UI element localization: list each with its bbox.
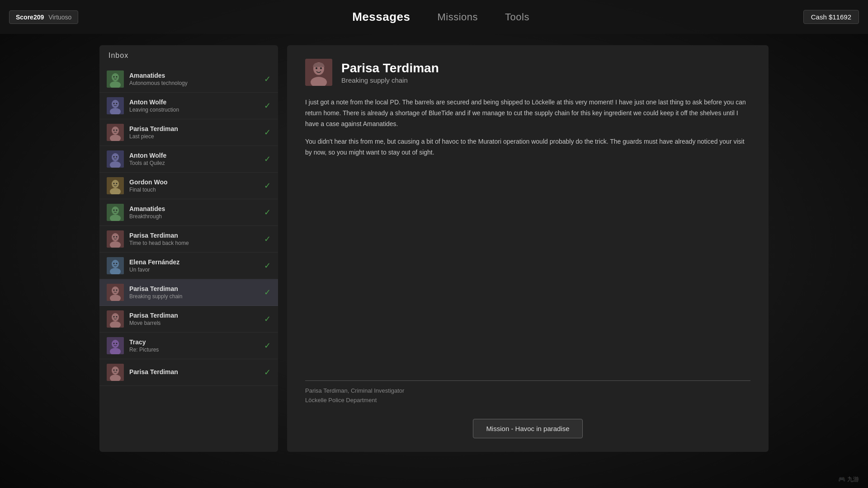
inbox-item-subject: Last piece <box>129 133 259 140</box>
svg-point-21 <box>112 180 119 188</box>
svg-point-54 <box>116 343 118 344</box>
svg-point-6 <box>112 100 119 108</box>
inbox-item-name: Tracy <box>129 338 259 346</box>
inbox-item-name: Parisa Terdiman <box>129 232 259 239</box>
inbox-item-info: Parisa Terdiman Move barrels <box>129 312 259 326</box>
inbox-item-name: Parisa Terdiman <box>129 368 259 375</box>
avatar <box>107 150 124 168</box>
inbox-item-info: Parisa Terdiman Last piece <box>129 125 259 140</box>
inbox-item[interactable]: Parisa Terdiman Move barrels ✓ <box>99 306 278 333</box>
inbox-item[interactable]: Elena Fernández Un favor ✓ <box>99 253 278 279</box>
svg-point-44 <box>116 290 118 291</box>
svg-point-33 <box>113 236 115 238</box>
rank-value: Virtuoso <box>48 14 71 21</box>
inbox-item-info: Anton Wolfe Leaving construction <box>129 99 259 113</box>
inbox-item-info: Amanatides Autonomous technology <box>129 72 259 86</box>
svg-point-41 <box>112 286 119 295</box>
inbox-item[interactable]: Anton Wolfe Leaving construction ✓ <box>99 93 278 119</box>
message-sender-avatar <box>305 59 332 86</box>
message-panel: Parisa Terdiman Breaking supply chain I … <box>287 45 769 452</box>
svg-point-31 <box>112 233 119 241</box>
avatar <box>107 70 124 88</box>
tab-missions[interactable]: Missions <box>438 11 478 23</box>
inbox-item-name: Amanatides <box>129 72 259 79</box>
inbox-item-name: Gordon Woo <box>129 178 259 186</box>
signature-line2: Löckelle Police Department <box>305 396 750 405</box>
svg-point-36 <box>112 260 119 268</box>
message-sender-name: Parisa Terdiman <box>341 61 439 75</box>
top-bar: Score209 Virtuoso Messages Missions Tool… <box>0 0 868 34</box>
watermark: 🎮 九游 <box>838 475 859 483</box>
inbox-item-name: Elena Fernández <box>129 258 259 266</box>
read-check-icon: ✓ <box>264 234 271 244</box>
inbox-item-subject: Un favor <box>129 267 259 273</box>
svg-point-46 <box>112 313 119 321</box>
svg-point-48 <box>113 316 115 318</box>
inbox-item-info: Parisa Terdiman Time to head back home <box>129 232 259 246</box>
read-check-icon: ✓ <box>264 207 271 217</box>
mission-button[interactable]: Mission - Havoc in paradise <box>473 419 582 438</box>
svg-point-39 <box>116 263 118 264</box>
message-header: Parisa Terdiman Breaking supply chain <box>305 59 750 86</box>
read-check-icon: ✓ <box>264 101 271 111</box>
read-check-icon: ✓ <box>264 261 271 271</box>
message-title-block: Parisa Terdiman Breaking supply chain <box>341 61 439 84</box>
read-check-icon: ✓ <box>264 74 271 84</box>
svg-point-58 <box>113 370 115 371</box>
message-subject: Breaking supply chain <box>341 76 439 84</box>
svg-point-26 <box>112 206 119 215</box>
tab-messages[interactable]: Messages <box>352 10 410 24</box>
main-nav: Messages Missions Tools <box>352 10 529 24</box>
svg-point-24 <box>116 183 118 184</box>
message-divider <box>305 380 750 381</box>
inbox-item-selected[interactable]: Parisa Terdiman Breaking supply chain ✓ <box>99 279 278 306</box>
svg-point-28 <box>113 210 115 211</box>
score-badge: Score209 Virtuoso <box>9 10 78 24</box>
inbox-header: Inbox <box>99 45 278 66</box>
inbox-item-name: Anton Wolfe <box>129 99 259 106</box>
svg-point-23 <box>113 183 115 184</box>
svg-point-63 <box>316 67 317 69</box>
inbox-item-name: Anton Wolfe <box>129 152 259 159</box>
inbox-item-subject: Autonomous technology <box>129 80 259 86</box>
inbox-item-info: Tracy Re: Pictures <box>129 338 259 353</box>
message-signature: Parisa Terdiman, Criminal Investigator L… <box>305 386 750 405</box>
score-label: Score <box>16 14 33 21</box>
read-check-icon: ✓ <box>264 367 271 377</box>
inbox-item-subject: Move barrels <box>129 320 259 326</box>
inbox-item-subject: Re: Pictures <box>129 347 259 353</box>
avatar <box>107 97 124 114</box>
inbox-item[interactable]: Amanatides Breakthrough ✓ <box>99 199 278 226</box>
inbox-item[interactable]: Parisa Terdiman Time to head back home ✓ <box>99 226 278 253</box>
tab-tools[interactable]: Tools <box>505 11 529 23</box>
avatar <box>107 177 124 194</box>
svg-point-34 <box>116 236 118 238</box>
read-check-icon: ✓ <box>264 341 271 351</box>
svg-point-4 <box>116 76 118 78</box>
svg-point-51 <box>112 340 119 348</box>
inbox-item-info: Parisa Terdiman Breaking supply chain <box>129 285 259 300</box>
inbox-item[interactable]: Parisa Terdiman Last piece ✓ <box>99 119 278 146</box>
message-body-p2: You didn't hear this from me, but causin… <box>305 136 750 158</box>
inbox-item-name: Parisa Terdiman <box>129 125 259 132</box>
inbox-item-subject: Time to head back home <box>129 240 259 246</box>
inbox-item[interactable]: Tracy Re: Pictures ✓ <box>99 333 278 359</box>
svg-point-49 <box>116 316 118 318</box>
inbox-item-subject: Tools at Quilez <box>129 160 259 166</box>
svg-point-59 <box>116 370 118 371</box>
inbox-item-subject: Breaking supply chain <box>129 293 259 300</box>
svg-point-19 <box>116 156 118 158</box>
avatar <box>107 310 124 328</box>
svg-point-53 <box>113 343 115 344</box>
svg-point-64 <box>320 67 322 69</box>
signature-line1: Parisa Terdiman, Criminal Investigator <box>305 386 750 396</box>
message-body: I just got a note from the local PD. The… <box>305 97 750 371</box>
svg-point-11 <box>112 127 119 135</box>
read-check-icon: ✓ <box>264 287 271 297</box>
inbox-item[interactable]: Parisa Terdiman ✓ <box>99 359 278 386</box>
inbox-item[interactable]: Amanatides Autonomous technology ✓ <box>99 66 278 93</box>
inbox-item[interactable]: Anton Wolfe Tools at Quilez ✓ <box>99 146 278 173</box>
svg-point-13 <box>113 130 115 131</box>
inbox-item[interactable]: Gordon Woo Final touch ✓ <box>99 173 278 199</box>
inbox-item-info: Elena Fernández Un favor <box>129 258 259 273</box>
